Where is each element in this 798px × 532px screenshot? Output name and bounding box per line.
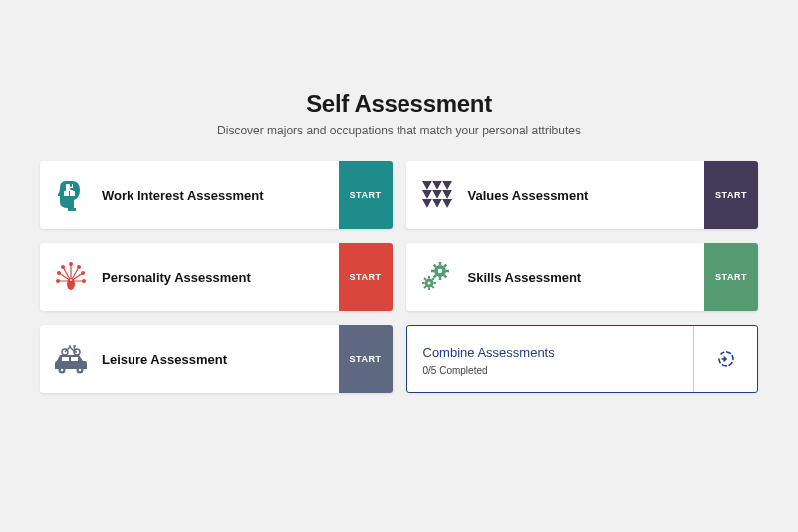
combine-action-button[interactable]: [693, 326, 757, 392]
svg-rect-1: [64, 191, 69, 196]
card-label: Values Assessment: [468, 161, 705, 229]
svg-rect-45: [428, 276, 430, 279]
svg-point-58: [61, 369, 64, 372]
svg-point-28: [57, 271, 61, 275]
svg-point-43: [437, 269, 442, 274]
start-button-values[interactable]: START: [704, 161, 758, 229]
combine-icon: [715, 348, 737, 370]
svg-point-27: [77, 265, 81, 269]
svg-point-53: [427, 281, 430, 284]
self-assessment-page: Self Assessment Discover majors and occu…: [0, 0, 798, 532]
svg-point-33: [70, 279, 72, 281]
card-label: Work Interest Assessment: [102, 161, 339, 229]
card-label: Skills Assessment: [468, 243, 705, 311]
svg-point-31: [82, 279, 86, 283]
gears-icon: [406, 243, 468, 311]
svg-point-30: [56, 279, 60, 283]
card-label: Personality Assessment: [102, 243, 339, 311]
combine-title: Combine Assessments: [423, 345, 678, 360]
svg-point-26: [61, 265, 65, 269]
head-puzzle-icon: [40, 161, 102, 229]
page-subtitle: Discover majors and occupations that mat…: [40, 124, 758, 137]
card-combine-assessments[interactable]: Combine Assessments 0/5 Completed: [406, 325, 759, 393]
page-header: Self Assessment Discover majors and occu…: [40, 90, 758, 137]
peacock-icon: [40, 243, 102, 311]
combine-status: 0/5 Completed: [423, 365, 678, 376]
svg-rect-55: [71, 357, 78, 361]
svg-point-25: [69, 262, 73, 266]
card-personality[interactable]: Personality Assessment START: [40, 243, 393, 311]
car-bike-icon: [40, 325, 102, 393]
pattern-icon: [406, 161, 468, 229]
svg-rect-46: [428, 288, 430, 291]
svg-rect-36: [438, 277, 441, 280]
start-button-work-interest[interactable]: START: [339, 161, 393, 229]
card-work-interest[interactable]: Work Interest Assessment START: [40, 161, 393, 229]
svg-rect-48: [433, 282, 436, 284]
start-button-leisure[interactable]: START: [339, 325, 393, 393]
combine-text: Combine Assessments 0/5 Completed: [407, 326, 694, 392]
card-values[interactable]: Values Assessment START: [406, 161, 759, 229]
svg-rect-2: [70, 191, 75, 196]
card-leisure[interactable]: Leisure Assessment START: [40, 325, 393, 393]
svg-point-59: [79, 369, 82, 372]
assessment-grid: Work Interest Assessment START: [40, 161, 758, 393]
page-title: Self Assessment: [40, 90, 758, 118]
svg-rect-54: [62, 357, 69, 361]
svg-rect-0: [68, 208, 76, 211]
start-button-personality[interactable]: START: [339, 243, 393, 311]
start-button-skills[interactable]: START: [704, 243, 758, 311]
card-skills[interactable]: Skills Assessment START: [406, 243, 759, 311]
svg-rect-38: [446, 270, 449, 273]
card-label: Leisure Assessment: [102, 325, 339, 393]
svg-rect-35: [438, 262, 441, 265]
svg-rect-47: [422, 282, 425, 284]
svg-rect-37: [431, 270, 434, 273]
svg-point-29: [81, 271, 85, 275]
